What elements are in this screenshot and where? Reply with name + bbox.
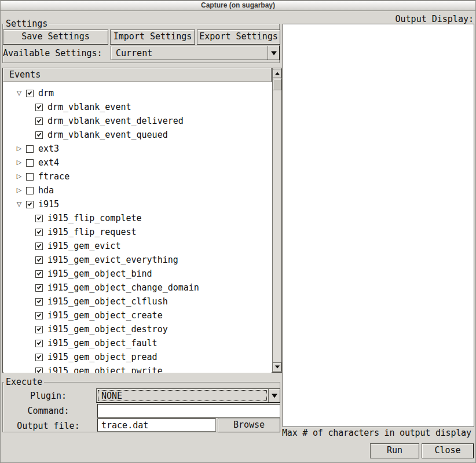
run-button[interactable]: Run [370,443,419,458]
tree-row[interactable]: i915_gem_object_destroy [3,322,272,336]
expand-icon[interactable]: ▷ [15,145,23,153]
capture-window: Capture (on sugarbay) Settings Save Sett… [0,0,476,463]
export-settings-button[interactable]: Export Settings [197,30,280,45]
event-checkbox[interactable] [26,201,34,208]
event-label: i915_flip_request [47,227,137,237]
tree-row[interactable]: i915_gem_object_fault [3,336,272,350]
output-display-area[interactable] [283,24,474,427]
event-checkbox[interactable] [35,215,43,222]
checkmark-icon [37,215,42,220]
checkmark-icon [37,104,42,109]
scroll-up-icon [275,70,280,75]
browse-button[interactable]: Browse [218,418,280,432]
title-bar[interactable]: Capture (on sugarbay) [1,1,475,11]
event-checkbox[interactable] [35,326,43,333]
events-scrollbar[interactable] [272,68,281,372]
tree-row[interactable]: drm_vblank_event [3,100,272,114]
max-chars-label: Max # of characters in output display [282,428,471,438]
scrollbar-thumb[interactable] [273,79,281,90]
scroll-down-button[interactable] [273,362,281,372]
event-checkbox[interactable] [35,354,43,361]
event-label: i915_gem_evict_everything [47,255,178,265]
tree-row[interactable]: i915_gem_object_bind [3,267,272,281]
checkmark-icon [37,354,42,359]
import-settings-button[interactable]: Import Settings [110,30,195,45]
tree-row[interactable]: i915_gem_object_pread [3,350,272,364]
event-checkbox[interactable] [26,159,34,167]
save-settings-button[interactable]: Save Settings [3,30,108,45]
tree-row[interactable]: ▽i915 [3,197,272,211]
tree-row[interactable]: drm_vblank_event_queued [3,128,272,142]
available-settings-dropdown[interactable]: Current [111,46,280,60]
expand-icon[interactable]: ▷ [15,159,23,167]
event-checkbox[interactable] [35,117,43,125]
event-label: i915_gem_evict [47,241,120,251]
event-checkbox[interactable] [26,187,34,194]
tree-row[interactable]: i915_gem_object_create [3,308,272,322]
dropdown-arrow-box[interactable] [268,46,279,60]
checkmark-icon [37,132,42,137]
event-checkbox[interactable] [35,312,43,319]
event-checkbox[interactable] [35,368,43,373]
tree-row[interactable]: i915_gem_evict_everything [3,253,272,267]
checkmark-icon [37,326,42,331]
event-checkbox[interactable] [35,340,43,347]
event-checkbox[interactable] [26,173,34,181]
tree-row[interactable]: ▷ext4 [3,156,272,170]
tree-row[interactable]: i915_gem_object_change_domain [3,281,272,295]
settings-legend: Settings [4,19,49,28]
scroll-up-button[interactable] [273,69,281,78]
event-checkbox[interactable] [35,242,43,250]
tree-row[interactable]: i915_flip_complete [3,211,272,225]
event-checkbox[interactable] [35,131,43,139]
collapse-icon[interactable]: ▽ [15,89,23,97]
event-checkbox[interactable] [35,104,43,111]
close-label: Close [434,444,460,457]
plugin-value: NONE [101,391,122,400]
event-label: drm_vblank_event_delivered [47,116,184,126]
event-label: i915_gem_object_bind [47,269,152,279]
event-checkbox[interactable] [26,90,34,97]
save-settings-label: Save Settings [21,30,89,43]
event-checkbox[interactable] [35,284,43,292]
event-label: i915_gem_object_clflush [47,296,168,307]
plugin-dropdown-arrow-box[interactable] [268,389,280,402]
event-checkbox[interactable] [35,298,43,306]
tree-row[interactable]: i915_gem_object_clflush [3,295,272,308]
expand-icon[interactable]: ▷ [15,172,23,181]
tree-row[interactable]: ▽drm [3,86,272,100]
event-label: i915 [38,199,59,210]
checkmark-icon [37,243,42,248]
plugin-label: Plugin: [6,391,90,400]
events-column-header[interactable]: Events [3,68,272,82]
expand-icon[interactable]: ▷ [15,186,23,194]
browse-label: Browse [233,418,265,432]
collapse-icon[interactable]: ▽ [15,200,23,208]
command-input[interactable] [97,404,280,418]
close-button[interactable]: Close [422,443,474,458]
event-label: i915_gem_object_create [47,310,163,321]
events-tree: Events ▽drmdrm_vblank_eventdrm_vblank_ev… [2,68,282,373]
tree-row[interactable]: i915_gem_evict [3,239,272,253]
tree-row[interactable]: ▷ftrace [3,170,272,183]
event-checkbox[interactable] [35,270,43,278]
event-label: i915_flip_complete [47,213,142,223]
checkmark-icon [37,340,42,345]
tree-row[interactable]: i915_gem_object_pwrite [3,364,272,373]
scroll-down-icon [275,366,280,371]
tree-row[interactable]: drm_vblank_event_delivered [3,114,272,128]
event-label: drm_vblank_event_queued [47,130,168,140]
checkmark-icon [37,313,42,317]
event-label: drm_vblank_event [47,102,131,112]
tree-row[interactable]: i915_flip_request [3,225,272,239]
plugin-dropdown[interactable]: NONE [96,388,280,403]
event-checkbox[interactable] [35,229,43,236]
tree-row[interactable]: ▷hda [3,183,272,197]
event-label: i915_gem_object_destroy [47,324,168,335]
output-file-input[interactable] [97,418,216,432]
available-settings-value: Current [116,49,152,58]
event-checkbox[interactable] [26,145,34,153]
checkmark-icon [37,229,42,234]
tree-row[interactable]: ▷ext3 [3,142,272,156]
event-checkbox[interactable] [35,256,43,264]
